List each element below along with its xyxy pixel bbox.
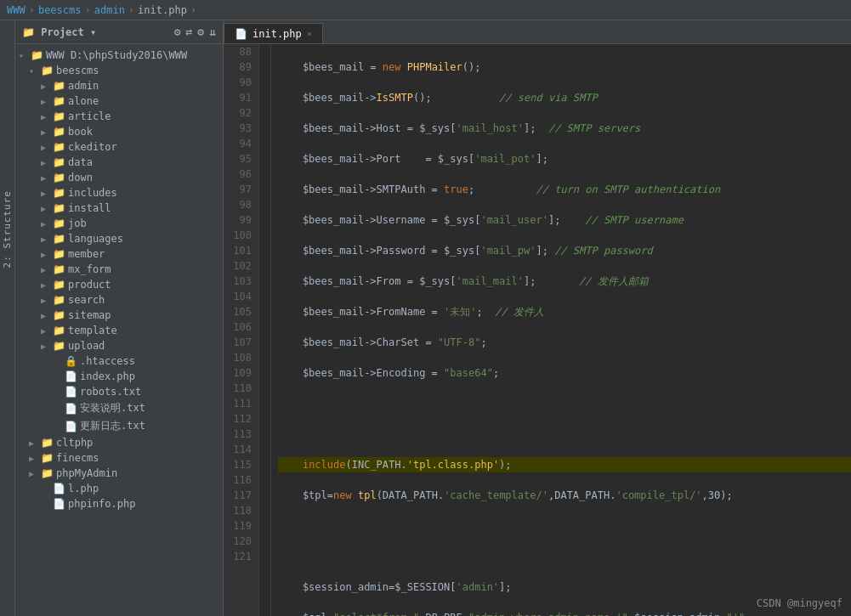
- sidebar-title: 📁 Project ▾: [22, 26, 96, 38]
- tree-item-search[interactable]: ▶ 📁 search: [15, 292, 223, 308]
- breadcrumb-beescms[interactable]: beescms: [38, 4, 82, 16]
- code-line-106: $sql="select*from ".DB_PRE."admin where …: [278, 610, 851, 616]
- tree-item-install-doc[interactable]: 📄 安装说明.txt: [15, 399, 223, 417]
- structure-panel: 2: Structure: [0, 20, 15, 616]
- line-numbers: 88 89 90 91 92 93 94 95 96 97 98 99 100 …: [224, 44, 259, 616]
- code-line-105: $session_admin=$_SESSION['admin'];: [278, 579, 851, 595]
- tree-item-index-php[interactable]: 📄 index.php: [15, 369, 223, 384]
- tree-item-beescms[interactable]: ▾ 📁 beescms: [15, 63, 223, 78]
- tree-item-cltphp[interactable]: ▶ 📁 cltphp: [15, 435, 223, 450]
- tree-item-finecms[interactable]: ▶ 📁 finecms: [15, 450, 223, 466]
- code-line-89: $bees_mail->IsSMTP(); // send via SMTP: [278, 90, 851, 105]
- code-line-101: include(INC_PATH.'tpl.class.php');: [278, 457, 851, 472]
- sidebar-actions: ⚙ ⇄ ⚙ ⇊: [174, 25, 216, 38]
- code-line-103: [278, 518, 851, 534]
- tree-item-install[interactable]: ▶ 📁 install: [15, 201, 223, 216]
- tree-item-upload[interactable]: ▶ 📁 upload: [15, 338, 223, 353]
- tree-item-includes[interactable]: ▶ 📁 includes: [15, 185, 223, 201]
- code-line-99: [278, 396, 851, 411]
- tree-item-mx_form[interactable]: ▶ 📁 mx_form: [15, 262, 223, 277]
- code-line-90: $bees_mail->Host = $_sys['mail_host']; /…: [278, 121, 851, 136]
- code-line-96: $bees_mail->FromName = '未知'; // 发件人: [278, 304, 851, 319]
- tree-item-alone[interactable]: ▶ 📁 alone: [15, 93, 223, 109]
- tree-item-admin[interactable]: ▶ 📁 admin: [15, 78, 223, 93]
- tree-item-job[interactable]: ▶ 📁 job: [15, 216, 223, 231]
- code-line-98: $bees_mail->Encoding = "base64";: [278, 365, 851, 381]
- tree-item-changelog[interactable]: 📄 更新日志.txt: [15, 417, 223, 435]
- collapse-icon[interactable]: ⇊: [209, 25, 216, 38]
- tree-item-robots[interactable]: 📄 robots.txt: [15, 384, 223, 399]
- tree-item-template[interactable]: ▶ 📁 template: [15, 323, 223, 338]
- tree-item-sitemap[interactable]: ▶ 📁 sitemap: [15, 308, 223, 323]
- gear-icon[interactable]: ⚙: [174, 25, 181, 38]
- breadcrumb-bar: WWW › beescms › admin › init.php ›: [0, 0, 851, 20]
- tab-close[interactable]: ✕: [307, 29, 312, 38]
- file-icon: 📄: [235, 28, 247, 40]
- editor-area: 📄 init.php ✕ 88 89 90 91 92 93 94 95 96 …: [224, 20, 851, 616]
- breadcrumb-admin[interactable]: admin: [94, 4, 125, 16]
- tree-item-htaccess[interactable]: 🔒 .htaccess: [15, 353, 223, 369]
- config-icon[interactable]: ⚙: [197, 25, 204, 38]
- code-line-88: $bees_mail = new PHPMailer();: [278, 59, 851, 75]
- main-layout: 2: Structure 📁 Project ▾ ⚙ ⇄ ⚙ ⇊ ▾ 📁 WWW…: [0, 20, 851, 616]
- code-line-95: $bees_mail->From = $_sys['mail_mail']; /…: [278, 274, 851, 289]
- code-line-104: [278, 549, 851, 564]
- tree-item-languages[interactable]: ▶ 📁 languages: [15, 231, 223, 246]
- code-line-94: $bees_mail->Password = $_sys['mail_pw'];…: [278, 243, 851, 258]
- tree-item-phpmyadmin[interactable]: ▶ 📁 phpMyAdmin: [15, 466, 223, 481]
- editor-tabs: 📄 init.php ✕: [224, 20, 851, 44]
- sidebar-header: 📁 Project ▾ ⚙ ⇄ ⚙ ⇊: [15, 20, 223, 44]
- breadcrumb-file: init.php: [138, 4, 187, 16]
- code-editor[interactable]: $bees_mail = new PHPMailer(); $bees_mail…: [271, 44, 851, 616]
- breadcrumb-www[interactable]: WWW: [7, 4, 26, 16]
- tab-label: init.php: [252, 28, 302, 40]
- project-tree: ▾ 📁 WWW D:\phpStudy2016\WWW ▾ 📁 beescms …: [15, 44, 223, 616]
- watermark: CSDN @mingyeqf: [757, 597, 842, 609]
- tree-item-down[interactable]: ▶ 📁 down: [15, 170, 223, 185]
- code-line-92: $bees_mail->SMTPAuth = true; // turn on …: [278, 182, 851, 197]
- sync-icon[interactable]: ⇄: [186, 25, 193, 38]
- code-line-93: $bees_mail->Username = $_sys['mail_user'…: [278, 212, 851, 228]
- code-line-102: $tpl=new tpl(DATA_PATH.'cache_template/'…: [278, 488, 851, 503]
- tree-item-book[interactable]: ▶ 📁 book: [15, 124, 223, 139]
- tree-item-product[interactable]: ▶ 📁 product: [15, 277, 223, 292]
- editor-tab-init[interactable]: 📄 init.php ✕: [224, 23, 323, 43]
- tree-item-ckeditor[interactable]: ▶ 📁 ckeditor: [15, 139, 223, 155]
- breakpoint-gutter: [259, 44, 271, 616]
- tree-item-member[interactable]: ▶ 📁 member: [15, 246, 223, 262]
- structure-label: 2: Structure: [2, 190, 13, 268]
- editor-content[interactable]: 88 89 90 91 92 93 94 95 96 97 98 99 100 …: [224, 44, 851, 616]
- project-sidebar: 📁 Project ▾ ⚙ ⇄ ⚙ ⇊ ▾ 📁 WWW D:\phpStudy2…: [15, 20, 224, 616]
- tree-item-phpinfo[interactable]: 📄 phpinfo.php: [15, 496, 223, 511]
- tree-item-data[interactable]: ▶ 📁 data: [15, 155, 223, 170]
- code-line-97: $bees_mail->CharSet = "UTF-8";: [278, 335, 851, 350]
- tree-item-l-php[interactable]: 📄 l.php: [15, 481, 223, 496]
- tree-item-www[interactable]: ▾ 📁 WWW D:\phpStudy2016\WWW: [15, 48, 223, 63]
- tree-item-article[interactable]: ▶ 📁 article: [15, 109, 223, 124]
- code-line-91: $bees_mail->Port = $_sys['mail_pot'];: [278, 151, 851, 167]
- code-line-100: [278, 427, 851, 442]
